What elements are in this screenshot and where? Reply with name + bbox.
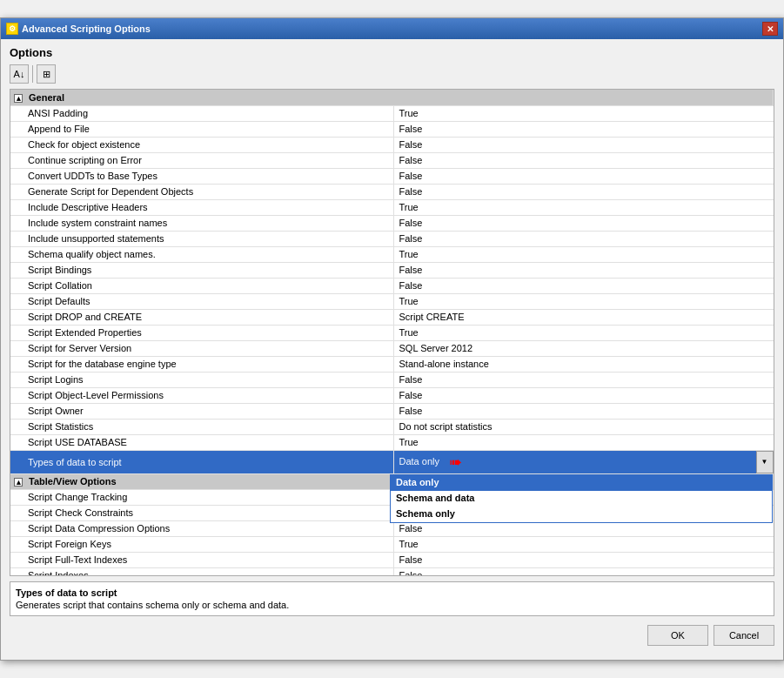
table-row: Script Owner False: [10, 403, 774, 419]
title-bar: ⚙ Advanced Scripting Options ✕: [1, 18, 783, 39]
group-header-tableview: ▴ Table/View Options Data only Schema an…: [10, 473, 774, 489]
table-row: Convert UDDTs to Base Types False: [10, 168, 774, 184]
button-row: OK Cancel: [10, 625, 774, 653]
options-grid: ▴ General ANSI Padding True Append to Fi…: [10, 89, 774, 576]
toolbar: A↓ ⊞: [10, 64, 774, 84]
sort-icon: A↓: [14, 69, 25, 79]
group-label-general: General: [29, 92, 64, 103]
table-row: Script Extended Properties True: [10, 325, 774, 340]
description-text: Generates script that contains schema on…: [16, 600, 768, 610]
main-window: ⚙ Advanced Scripting Options ✕ Options A…: [0, 17, 784, 661]
sort-button[interactable]: A↓: [10, 64, 29, 84]
window-title: Advanced Scripting Options: [22, 23, 151, 34]
table-row: Script Bindings False: [10, 262, 774, 278]
table-row: Append to File False: [10, 121, 774, 137]
table-row: Script USE DATABASE True: [10, 434, 774, 450]
toolbar-separator: [32, 65, 33, 83]
ok-button[interactable]: OK: [647, 625, 708, 646]
dropdown-arrow-btn[interactable]: ▼: [756, 451, 774, 473]
dropdown-item-schema-only[interactable]: Schema only: [391, 507, 772, 522]
group-label-tableview: Table/View Options: [29, 476, 116, 487]
table-row: Script Logins False: [10, 372, 774, 387]
grid-view-button[interactable]: ⊞: [37, 64, 56, 84]
table-row: Script for Server Version SQL Server 201…: [10, 340, 774, 356]
table-row: Script Foreign Keys True: [10, 536, 774, 552]
group-header-general: ▴ General: [10, 90, 774, 105]
table-row: Script DROP and CREATE Script CREATE: [10, 309, 774, 325]
table-row: Include Descriptive Headers True: [10, 199, 774, 215]
dropdown-item-data-only[interactable]: Data only: [391, 475, 772, 491]
description-box: Types of data to script Generates script…: [10, 581, 774, 616]
table-row: Include system constraint names False: [10, 215, 774, 231]
options-table: ▴ General ANSI Padding True Append to Fi…: [10, 90, 774, 576]
table-row: Script Indexes False: [10, 567, 774, 576]
cancel-button[interactable]: Cancel: [714, 625, 774, 646]
types-of-data-value: Data only: [399, 455, 439, 466]
table-row: Script for the database engine type Stan…: [10, 356, 774, 372]
table-row: ANSI Padding True: [10, 105, 774, 121]
window-icon: ⚙: [6, 23, 18, 35]
dropdown-menu[interactable]: Data only Schema and data Schema only: [390, 474, 773, 523]
description-title: Types of data to script: [16, 587, 768, 598]
dropdown-item-schema-and-data[interactable]: Schema and data: [391, 491, 772, 507]
expand-tableview[interactable]: ▴: [14, 478, 23, 487]
types-of-data-row[interactable]: Types of data to script Data only ➠ ▼: [10, 450, 774, 473]
dialog-content: Options A↓ ⊞ ▴ General: [1, 39, 783, 660]
options-heading: Options: [10, 46, 774, 59]
table-row: Generate Script for Dependent Objects Fa…: [10, 184, 774, 199]
table-row: Script Object-Level Permissions False: [10, 387, 774, 403]
table-row: Continue scripting on Error False: [10, 152, 774, 168]
table-row: Script Collation False: [10, 278, 774, 293]
table-row: Script Full-Text Indexes False: [10, 552, 774, 567]
grid-icon: ⊞: [43, 69, 50, 80]
table-row: Schema qualify object names. True: [10, 246, 774, 262]
table-row: Script Data Compression Options False: [10, 520, 774, 536]
table-row: Script Defaults True: [10, 293, 774, 309]
close-button[interactable]: ✕: [762, 22, 778, 36]
table-row: Include unsupported statements False: [10, 231, 774, 246]
expand-general[interactable]: ▴: [14, 94, 23, 103]
red-arrow-indicator: ➠: [449, 453, 462, 471]
table-row: Check for object existence False: [10, 137, 774, 152]
table-row: Script Statistics Do not script statisti…: [10, 419, 774, 434]
